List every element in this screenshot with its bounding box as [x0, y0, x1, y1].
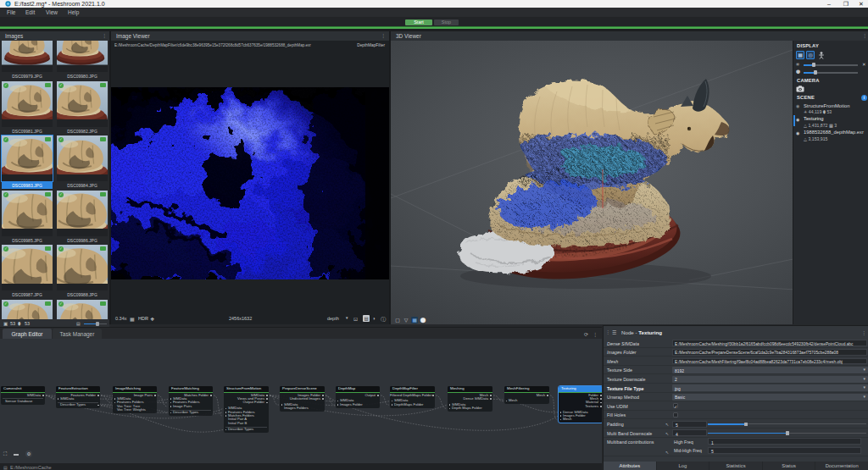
- output-port-output[interactable]: Output: [336, 394, 380, 397]
- input-port-describer-types[interactable]: Describer Types: [169, 411, 213, 414]
- output-port-mesh[interactable]: Mesh: [504, 394, 549, 397]
- output-port-dense-sfmdata[interactable]: Dense SfMData: [448, 397, 492, 401]
- graph-node-depthmap[interactable]: DepthMapOutputSfMDataImages Folder: [336, 386, 380, 408]
- graph-node-meshing[interactable]: MeshingMeshDense SfMDataSfMDataDepth Map…: [448, 386, 492, 412]
- dropdown-unwrap-method[interactable]: Basic▼: [672, 394, 868, 401]
- thumbnail-dsc09988-jpg[interactable]: ✓DSC09988.JPG: [57, 245, 108, 290]
- port-dot[interactable]: [392, 404, 393, 406]
- output-port-output-folder[interactable]: Output Folder: [224, 401, 269, 404]
- port-dot[interactable]: [377, 395, 379, 396]
- viewer3d-menu-icon[interactable]: ⋮: [862, 31, 867, 41]
- port-dot[interactable]: [322, 395, 324, 396]
- file-path-field[interactable]: E:/MeshroomCache/PrepareDenseScene/6caf1…: [672, 349, 867, 356]
- dropdown-texture-file-type[interactable]: jpg▼: [672, 384, 868, 391]
- thumbnail-size-slider-handle[interactable]: [96, 322, 99, 326]
- port-dot[interactable]: [170, 412, 172, 414]
- port-dot[interactable]: [225, 412, 227, 413]
- textured-mode-icon[interactable]: ▦: [411, 317, 418, 323]
- close-button[interactable]: ✕: [858, 0, 865, 8]
- input-port-describer-types[interactable]: Describer Types: [224, 428, 269, 431]
- menu-help[interactable]: Help: [64, 8, 82, 18]
- locator-icon[interactable]: [818, 52, 825, 59]
- port-dot[interactable]: [506, 401, 508, 402]
- input-port-depthmaps-folder[interactable]: DepthMaps Folder: [390, 403, 435, 406]
- graph-node-featurematching[interactable]: FeatureMatchingMatches FolderSfMDataFeat…: [169, 386, 213, 416]
- thumbnail-dsc09981-jpg[interactable]: ✓DSC09981.JPG: [2, 81, 53, 127]
- levels-icon[interactable]: ◑: [372, 316, 376, 321]
- port-dot[interactable]: [170, 398, 172, 400]
- port-dot[interactable]: [42, 395, 44, 396]
- port-dot[interactable]: [266, 402, 268, 404]
- value-field[interactable]: 5: [672, 421, 707, 428]
- camera-scale-slider-handle[interactable]: [814, 70, 817, 75]
- close-icon[interactable]: ✕: [862, 62, 866, 67]
- grid-toggle-button[interactable]: ▦: [796, 51, 804, 59]
- port-dot[interactable]: [170, 402, 172, 404]
- port-dot[interactable]: [449, 408, 451, 410]
- tab-log[interactable]: Log: [657, 462, 710, 470]
- input-port-images-folder[interactable]: Images Folder: [336, 403, 380, 406]
- port-dot[interactable]: [600, 402, 602, 404]
- port-dot[interactable]: [58, 398, 59, 400]
- zoom-level[interactable]: 0.34x: [115, 316, 126, 321]
- solid-mode-icon[interactable]: ▢: [394, 317, 401, 323]
- input-port-mesh[interactable]: Mesh: [559, 417, 602, 421]
- graph-node-structurefrommotion[interactable]: StructureFromMotionSfMDataViews and Pose…: [224, 386, 269, 433]
- menu-view[interactable]: View: [42, 8, 61, 18]
- maximize-button[interactable]: ❐: [843, 0, 849, 8]
- port-dot[interactable]: [225, 415, 227, 417]
- port-dot[interactable]: [114, 398, 116, 400]
- graph-node-camerainit[interactable]: CameraInitSfMDataSensor Database: [1, 386, 45, 405]
- image-params-icon[interactable]: ▤: [363, 315, 370, 322]
- refresh-icon[interactable]: ⟳: [584, 331, 588, 337]
- value-field-mid-high-freq[interactable]: 5: [708, 447, 861, 454]
- port-dot[interactable]: [170, 406, 172, 407]
- camera-icon[interactable]: [796, 86, 804, 92]
- value-field-high-freq[interactable]: 1: [708, 438, 861, 445]
- port-dot[interactable]: [449, 404, 451, 406]
- thumbnail-cut-11[interactable]: ✓: [57, 300, 108, 319]
- graph-menu-icon[interactable]: ⋮: [593, 331, 598, 337]
- reset-to-default-icon[interactable]: ↖: [665, 422, 669, 427]
- minimap-icon[interactable]: [14, 454, 19, 456]
- port-dot[interactable]: [547, 395, 548, 396]
- port-dot[interactable]: [97, 395, 99, 396]
- port-dot[interactable]: [337, 404, 339, 406]
- input-port-depth-maps-folder[interactable]: Depth Maps Folder: [448, 406, 492, 410]
- stop-button[interactable]: Stop: [434, 19, 459, 26]
- scene-info-icon[interactable]: i: [861, 95, 867, 101]
- snowflake-icon[interactable]: ❖: [150, 316, 154, 322]
- point-size-slider-handle[interactable]: [812, 63, 815, 67]
- port-dot[interactable]: [210, 395, 212, 396]
- menu-file[interactable]: File: [3, 8, 19, 18]
- settings-gear-icon[interactable]: ⚙: [25, 451, 32, 457]
- value-field[interactable]: 4: [672, 429, 707, 436]
- graph-node-texturing[interactable]: TexturingFolderMeshMaterialTexturesDense…: [559, 386, 602, 423]
- thumbnail-dsc09980-jpg[interactable]: ✓DSC09980.JPG: [57, 41, 108, 72]
- fit-view-icon[interactable]: ⛶: [3, 451, 7, 457]
- menu-edit[interactable]: Edit: [22, 8, 38, 18]
- visibility-eye-icon[interactable]: ◉: [796, 117, 799, 122]
- gizmo-toggle-button[interactable]: ◎: [806, 51, 815, 59]
- node-panel-options-icon[interactable]: ⋮: [861, 329, 866, 335]
- reset-to-default-icon[interactable]: ↖: [665, 450, 669, 455]
- port-dot[interactable]: [392, 401, 393, 402]
- slider-handle[interactable]: [744, 423, 748, 427]
- chevron-down-icon[interactable]: ▼: [345, 316, 348, 320]
- checkbox-fill-holes[interactable]: [673, 412, 678, 417]
- tab-documentation[interactable]: Documentation: [815, 462, 868, 470]
- node-menu-icon[interactable]: ☰: [612, 329, 616, 335]
- graph-node-depthmapfilter[interactable]: DepthMapFilterFiltered DepthMaps FolderS…: [390, 386, 435, 408]
- channel-select[interactable]: depth: [327, 316, 339, 321]
- info-icon[interactable]: ⓘ: [381, 316, 386, 323]
- slider-handle[interactable]: [786, 431, 790, 435]
- port-dot[interactable]: [560, 415, 562, 417]
- port-dot[interactable]: [281, 404, 283, 406]
- reset-to-default-icon[interactable]: ↖: [665, 431, 669, 436]
- thumbnail-dsc09984-jpg[interactable]: ✓DSC09984.JPG: [57, 135, 108, 181]
- port-dot[interactable]: [432, 395, 434, 396]
- file-path-field[interactable]: E:/MeshroomCache/MeshFiltering/f9aef8c04…: [672, 358, 867, 365]
- thumbnail-dsc09983-jpg[interactable]: ✓DSC09983.JPG: [2, 135, 53, 181]
- param-describer-types[interactable]: Describer Types: [56, 403, 100, 406]
- port-dot[interactable]: [266, 395, 268, 396]
